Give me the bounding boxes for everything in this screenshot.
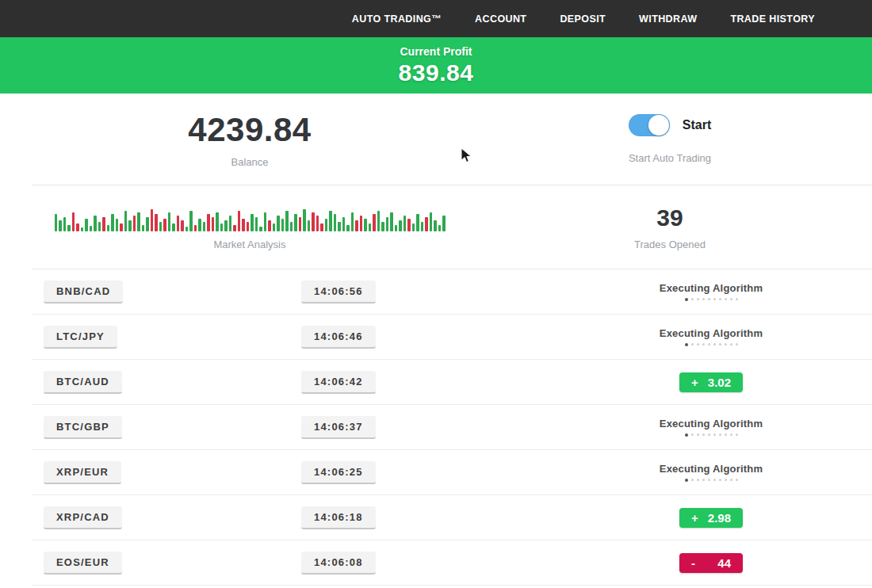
executing-label: Executing Algorithm <box>660 418 763 430</box>
result-sign: + <box>691 376 698 389</box>
nav-item-withdraw[interactable]: WITHDRAW <box>639 13 697 25</box>
current-profit-label: Current Profit <box>400 45 472 58</box>
trade-time-chip: 14:06:37 <box>301 416 376 439</box>
result-value: 44 <box>717 556 731 570</box>
market-analysis-chart <box>55 204 446 231</box>
executing-progress-dots <box>660 343 763 346</box>
auto-trading-toggle-block: Start Start Auto Trading <box>468 94 872 185</box>
trade-row: EOS/EUR 14:06:08 - 44 <box>32 540 872 586</box>
trade-time-chip: 14:06:25 <box>301 461 376 484</box>
trade-row: LTC/JPY 14:06:46 Executing Algorithm <box>32 315 872 360</box>
executing-progress-dots <box>660 298 763 301</box>
executing-status: Executing Algorithm <box>660 282 763 301</box>
currency-pair-chip: EOS/EUR <box>44 552 122 575</box>
trade-status-cell: + 3.02 <box>679 372 763 392</box>
currency-pair-chip: BTC/AUD <box>44 371 122 394</box>
balance-block: 4239.84 Balance <box>32 94 468 185</box>
currency-pair-chip: LTC/JPY <box>44 326 117 349</box>
trade-time-chip: 14:06:42 <box>301 371 376 394</box>
trade-result-badge: + 2.98 <box>679 508 743 528</box>
balance-value: 4239.84 <box>188 111 311 149</box>
result-sign: + <box>691 511 698 525</box>
result-value: 3.02 <box>708 376 731 389</box>
balance-section: 4239.84 Balance Start Start Auto Trading <box>32 94 872 185</box>
toggle-knob <box>648 115 669 136</box>
executing-label: Executing Algorithm <box>660 463 763 475</box>
market-analysis-section: Market Analysis 39 Trades Opened <box>32 185 872 269</box>
trade-result-badge: + 3.02 <box>679 372 743 392</box>
top-nav: AUTO TRADING™ ACCOUNT DEPOSIT WITHDRAW T… <box>0 0 872 37</box>
trade-time-chip: 14:06:56 <box>301 281 376 304</box>
executing-progress-dots <box>660 479 763 482</box>
executing-status: Executing Algorithm <box>660 418 763 437</box>
trade-time-chip: 14:06:46 <box>301 326 376 349</box>
auto-trading-toggle[interactable] <box>629 114 670 136</box>
currency-pair-chip: BNB/CAD <box>44 281 123 304</box>
toggle-label: Start <box>683 118 711 132</box>
trade-row: XRP/EUR 14:06:25 Executing Algorithm <box>32 450 872 495</box>
trade-status-cell: Executing Algorithm <box>660 418 783 437</box>
trade-status-cell: + 2.98 <box>679 508 763 528</box>
current-profit-banner: Current Profit 839.84 <box>0 37 872 94</box>
toggle-sublabel: Start Auto Trading <box>629 152 711 164</box>
market-analysis-label: Market Analysis <box>213 239 285 250</box>
trades-opened-label: Trades Opened <box>634 239 706 250</box>
nav-item-account[interactable]: ACCOUNT <box>475 13 526 25</box>
trade-row: BTC/GBP 14:06:37 Executing Algorithm <box>32 405 872 450</box>
auto-trading-page: AUTO TRADING™ ACCOUNT DEPOSIT WITHDRAW T… <box>0 0 872 588</box>
market-analysis-block: Market Analysis <box>32 185 468 269</box>
trade-result-badge: - 44 <box>679 553 743 573</box>
executing-label: Executing Algorithm <box>660 327 763 339</box>
executing-label: Executing Algorithm <box>660 282 763 294</box>
trades-list: BNB/CAD 14:06:56 Executing Algorithm LTC… <box>0 269 872 586</box>
trade-status-cell: - 44 <box>679 553 763 573</box>
result-sign: - <box>691 556 695 570</box>
trade-row: BTC/AUD 14:06:42 + 3.02 <box>32 360 872 405</box>
currency-pair-chip: BTC/GBP <box>44 416 122 439</box>
executing-status: Executing Algorithm <box>660 463 763 482</box>
trade-status-cell: Executing Algorithm <box>660 463 783 482</box>
nav-item-trade-history[interactable]: TRADE HISTORY <box>730 13 815 25</box>
balance-label: Balance <box>231 156 269 168</box>
trade-status-cell: Executing Algorithm <box>660 327 783 346</box>
trade-time-chip: 14:06:08 <box>301 552 376 575</box>
executing-status: Executing Algorithm <box>660 327 763 346</box>
trade-status-cell: Executing Algorithm <box>660 282 783 301</box>
executing-progress-dots <box>660 433 763 437</box>
trades-opened-value: 39 <box>656 204 683 231</box>
result-value: 2.98 <box>708 511 731 525</box>
trades-opened-block: 39 Trades Opened <box>468 185 872 269</box>
trade-row: BNB/CAD 14:06:56 Executing Algorithm <box>32 269 872 315</box>
nav-item-deposit[interactable]: DEPOSIT <box>560 13 606 25</box>
trade-time-chip: 14:06:18 <box>301 506 376 529</box>
trade-row: XRP/CAD 14:06:18 + 2.98 <box>32 495 872 540</box>
currency-pair-chip: XRP/CAD <box>44 506 122 529</box>
currency-pair-chip: XRP/EUR <box>44 461 121 484</box>
current-profit-value: 839.84 <box>399 59 474 86</box>
nav-item-auto-trading[interactable]: AUTO TRADING™ <box>352 13 442 25</box>
